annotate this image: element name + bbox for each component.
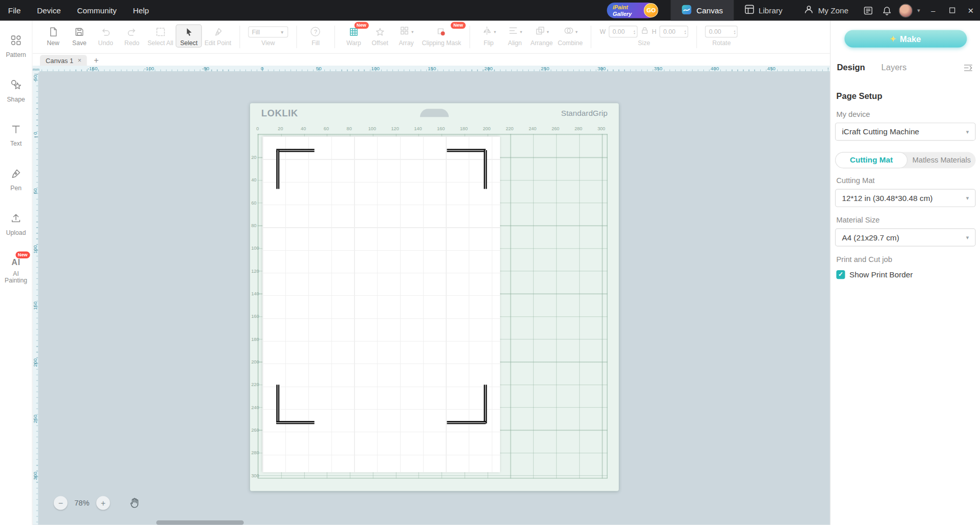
minimize-button[interactable]: – <box>924 0 943 21</box>
sidebar-item-upload[interactable]: Upload <box>0 212 32 236</box>
ruler-label: 60 <box>324 126 329 131</box>
show-print-border-row: ✓ Show Print Border <box>836 270 975 279</box>
chevron-down-icon: ▾ <box>494 29 496 34</box>
tab-library[interactable]: Library <box>734 0 793 21</box>
panel-tabs: Design Layers <box>837 62 974 73</box>
registration-mark <box>276 149 314 152</box>
ruler-label: 300 <box>251 473 259 478</box>
ruler-label: 80 <box>251 223 256 228</box>
arrange-button[interactable]: ▾ Arrange <box>528 25 555 48</box>
sidebar-item-shape[interactable]: Shape <box>0 79 32 103</box>
stepper-icon[interactable]: ▴▾ <box>634 29 635 34</box>
size-group: W 0.00▴▾ H 0.00▴▾ Size <box>597 25 691 48</box>
ruler-label: 0 <box>256 126 259 131</box>
tab-canvas[interactable]: Canvas <box>671 0 733 21</box>
clipping-mask-button[interactable]: New Clipping Mask <box>420 25 464 48</box>
warp-button[interactable]: New Warp <box>341 25 367 48</box>
page-setup-heading: Page Setup <box>836 91 975 100</box>
maximize-button[interactable] <box>943 0 962 21</box>
flip-icon <box>481 25 492 38</box>
material-size-select[interactable]: A4 (21x29.7 cm) ▾ <box>835 228 976 246</box>
zoom-in-button[interactable]: + <box>96 496 110 510</box>
view-fill-dropdown[interactable]: Fill▼ <box>248 26 288 37</box>
make-button[interactable]: ✦ Make <box>844 30 967 48</box>
material-page[interactable] <box>262 136 500 472</box>
toggle-matless-materials[interactable]: Matless Materials <box>908 152 976 168</box>
combine-button[interactable]: ▾ Combine <box>555 25 586 48</box>
tab-my-zone[interactable]: My Zone <box>793 0 859 21</box>
select-all-button[interactable]: Select All <box>145 25 176 48</box>
ruler-label: 50 <box>316 66 322 71</box>
menu-device[interactable]: Device <box>29 0 69 21</box>
close-tab-icon[interactable]: × <box>78 57 81 64</box>
redo-icon <box>126 26 137 37</box>
align-button[interactable]: ▾ Align <box>502 25 528 48</box>
height-input[interactable]: 0.00▴▾ <box>659 26 688 37</box>
clipping-mask-icon <box>436 26 447 37</box>
redo-button[interactable]: Redo <box>119 25 145 48</box>
edit-point-icon <box>212 26 223 37</box>
lock-aspect-icon[interactable] <box>641 26 649 37</box>
select-button[interactable]: Select <box>176 25 202 48</box>
avatar-caret-icon[interactable]: ▾ <box>917 7 920 13</box>
save-button[interactable]: Save <box>66 25 92 48</box>
ruler-label: 450 <box>767 66 775 71</box>
toolbar-separator <box>469 26 470 48</box>
zoom-level: 78% <box>74 498 89 507</box>
pan-hand-tool[interactable] <box>128 497 140 509</box>
toolbar-separator <box>239 26 240 48</box>
stepper-icon[interactable]: ▴▾ <box>684 29 686 34</box>
array-button[interactable]: ▾ Array <box>393 25 419 48</box>
top-menu-bar: File Device Community Help iPaint Galler… <box>0 0 980 21</box>
user-avatar[interactable] <box>896 0 915 21</box>
flip-button[interactable]: ▾ Flip <box>475 25 502 48</box>
sparkle-icon: ✦ <box>890 34 896 43</box>
pen-icon <box>10 168 22 182</box>
tab-design[interactable]: Design <box>837 63 865 72</box>
undo-button[interactable]: Undo <box>93 25 119 48</box>
menu-help[interactable]: Help <box>125 0 157 21</box>
stepper-icon[interactable]: ▴▾ <box>734 29 735 34</box>
new-button[interactable]: New <box>40 25 66 48</box>
news-icon[interactable] <box>859 0 878 21</box>
topbar-right: iPaint Gallery GO Canvas Library <box>607 0 980 21</box>
print-and-cut-label: Print and Cut job <box>836 255 975 264</box>
ruler-label: 220 <box>251 382 259 388</box>
ipaint-gallery-badge[interactable]: iPaint Gallery GO <box>607 3 656 18</box>
fill-button[interactable]: ? Fill <box>302 25 328 48</box>
tab-layers[interactable]: Layers <box>881 63 906 72</box>
menu-file[interactable]: File <box>0 0 29 21</box>
registration-mark <box>484 150 487 189</box>
sidebar-item-pattern[interactable]: Pattern <box>0 34 32 58</box>
zoom-out-button[interactable]: − <box>54 496 68 510</box>
toggle-cutting-mat[interactable]: Cutting Mat <box>835 152 908 168</box>
ruler-label: 100 <box>32 245 38 253</box>
menu-community[interactable]: Community <box>69 0 125 21</box>
save-icon <box>74 26 85 37</box>
offset-button[interactable]: Offset <box>367 25 393 48</box>
show-print-border-checkbox[interactable]: ✓ <box>836 270 845 279</box>
device-select[interactable]: iCraft Cutting Machine ▾ <box>835 123 976 140</box>
horizontal-scrollbar-thumb[interactable] <box>156 520 244 525</box>
cutting-mat-select[interactable]: 12*12 in (30.48*30.48 cm) ▾ <box>835 189 976 207</box>
rotate-input[interactable]: 0.00▴▾ <box>705 26 738 37</box>
shape-star-icon <box>10 79 22 93</box>
ruler-label: 60 <box>251 200 256 206</box>
sidebar-item-pen[interactable]: Pen <box>0 168 32 191</box>
ruler-label: 40 <box>301 126 306 131</box>
close-button[interactable]: ✕ <box>962 0 980 21</box>
canvas-document-tab[interactable]: Canvas 1 × <box>40 55 87 66</box>
edit-point-button[interactable]: Edit Point <box>202 25 234 48</box>
ruler-label: 120 <box>391 126 399 131</box>
sidebar-item-text[interactable]: Text <box>0 123 32 147</box>
ruler-label: 280 <box>251 450 259 456</box>
new-feature-badge: New <box>451 22 466 29</box>
cutting-mat[interactable]: LOKLIK StandardGrip 02040608010012014016… <box>250 103 619 491</box>
width-input[interactable]: 0.00▴▾ <box>609 26 637 37</box>
add-tab-button[interactable]: + <box>94 56 98 65</box>
collapse-panel-icon[interactable] <box>964 63 972 74</box>
notifications-bell-icon[interactable] <box>878 0 897 21</box>
ruler-label: 40 <box>251 177 256 183</box>
canvas-viewport[interactable]: mm -150-100-5005010015020025030035040045… <box>32 66 830 525</box>
sidebar-item-ai-painting[interactable]: New AI AI Painting <box>0 256 32 284</box>
